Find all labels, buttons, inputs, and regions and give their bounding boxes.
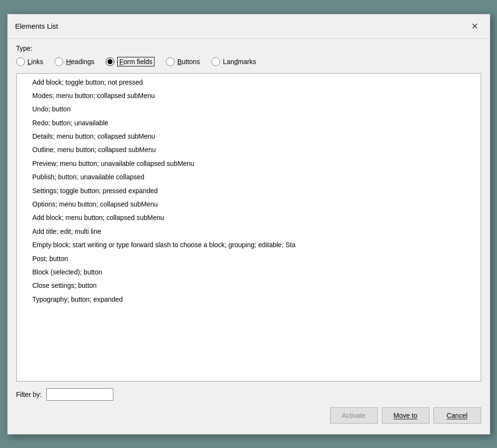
list-item[interactable]: Options; menu button; collapsed subMenu — [17, 197, 481, 211]
radio-group: Links Headings Form fields Buttons Landm… — [16, 57, 481, 66]
elements-list-dialog: Elements List ✕ Type: Links Headings For… — [7, 14, 490, 435]
radio-item-landmarks[interactable]: Landmarks — [211, 57, 256, 66]
button-row: Activate Move to Cancel — [16, 407, 481, 428]
list-item[interactable]: Redo; button; unavailable — [17, 116, 481, 130]
radio-formfields-label: Form fields — [117, 57, 154, 66]
list-item[interactable]: Details; menu button; collapsed subMenu — [17, 130, 481, 143]
list-item[interactable]: Add block; menu button; collapsed subMen… — [17, 211, 481, 224]
list-scroll-area[interactable]: Add block; toggle button; not pressedMod… — [17, 74, 481, 381]
radio-links-label: Links — [28, 58, 44, 66]
radio-landmarks[interactable] — [211, 57, 220, 66]
filter-label: Filter by: — [16, 391, 42, 398]
list-container: Add block; toggle button; not pressedMod… — [16, 73, 481, 382]
list-item[interactable]: Publish; button; unavailable collapsed — [17, 170, 481, 184]
radio-headings[interactable] — [55, 57, 63, 66]
radio-buttons-label: Buttons — [177, 58, 200, 66]
radio-item-formfields[interactable]: Form fields — [106, 57, 154, 66]
list-item[interactable]: Add block; toggle button; not pressed — [17, 76, 481, 89]
activate-button[interactable]: Activate — [330, 407, 378, 424]
list-item[interactable]: Settings; toggle button; pressed expande… — [17, 184, 481, 197]
dialog-title: Elements List — [15, 22, 58, 30]
radio-headings-label: Headings — [66, 58, 94, 66]
list-item[interactable]: Outline; menu button; collapsed subMenu — [17, 143, 481, 156]
list-item[interactable]: Block (selected); button — [17, 265, 481, 279]
radio-item-headings[interactable]: Headings — [55, 57, 94, 66]
radio-buttons[interactable] — [166, 57, 175, 66]
title-bar: Elements List ✕ — [8, 14, 490, 39]
list-item[interactable]: Close settings; button — [17, 279, 481, 292]
type-label: Type: — [16, 44, 481, 52]
dialog-body: Type: Links Headings Form fields Buttons — [8, 39, 490, 434]
filter-input[interactable] — [46, 388, 113, 401]
radio-links[interactable] — [16, 57, 25, 66]
radio-item-links[interactable]: Links — [16, 57, 44, 66]
close-button[interactable]: ✕ — [468, 19, 482, 33]
radio-item-buttons[interactable]: Buttons — [166, 57, 200, 66]
list-item[interactable]: Add title; edit; multi line — [17, 225, 481, 238]
radio-formfields[interactable] — [106, 57, 114, 66]
list-item[interactable]: Typography; button; expanded — [17, 293, 481, 306]
cancel-button[interactable]: Cancel — [433, 407, 481, 424]
list-item[interactable]: Empty block; start writing or type forwa… — [17, 238, 481, 251]
filter-row: Filter by: — [16, 388, 481, 401]
list-item[interactable]: Modes; menu button; collapsed subMenu — [17, 89, 481, 102]
move-to-button[interactable]: Move to — [382, 407, 430, 424]
list-item[interactable]: Post; button — [17, 252, 481, 265]
list-item[interactable]: Preview; menu button; unavailable collap… — [17, 157, 481, 170]
radio-landmarks-label: Landmarks — [223, 58, 256, 66]
list-item[interactable]: Undo; button — [17, 102, 481, 116]
